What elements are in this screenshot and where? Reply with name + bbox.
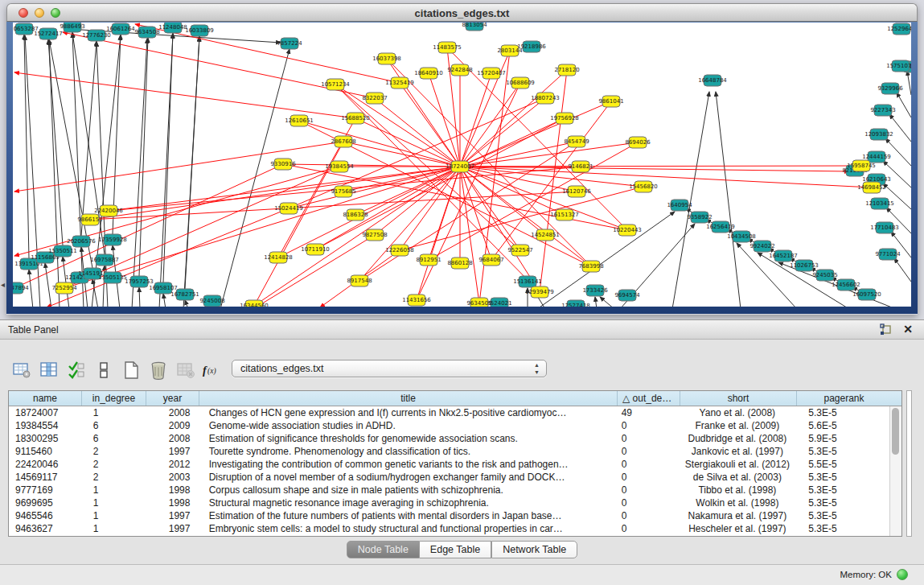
column-header-title[interactable]: title <box>199 391 618 406</box>
table-select-dropdown[interactable]: citations_edges.txt ▲▼ <box>232 360 547 377</box>
graph-node[interactable]: 15688520 <box>341 113 370 124</box>
graph-node[interactable]: 11325419 <box>385 77 414 89</box>
graph-node[interactable]: 9227343 <box>870 105 895 116</box>
graph-edge[interactable] <box>299 121 460 167</box>
graph-edge[interactable] <box>716 92 741 307</box>
graph-edge[interactable] <box>460 167 540 292</box>
graph-edge[interactable] <box>460 167 520 250</box>
graph-node[interactable]: 9827508 <box>362 229 387 241</box>
graph-node[interactable]: 9886493 <box>60 23 84 32</box>
graph-node[interactable]: 12103415 <box>865 198 894 209</box>
table-row[interactable]: 1872400712008Changes of HCN gene express… <box>9 406 889 419</box>
column-header-out-degree[interactable]: △ out_de… <box>618 391 680 406</box>
graph-node[interactable]: 12226058 <box>385 245 414 256</box>
column-header-year[interactable]: year <box>146 391 199 406</box>
table-row[interactable]: 1456911722003Disruption of a novel membe… <box>9 471 889 484</box>
table-row[interactable]: 946554611997Estimation of the future num… <box>9 509 889 522</box>
network-canvas[interactable]: 1065328715272417988649312776230160612649… <box>13 23 911 307</box>
select-rows-button[interactable] <box>63 358 90 382</box>
table-scrollbar[interactable] <box>889 406 901 536</box>
graph-node[interactable]: 12610651 <box>285 115 314 126</box>
graph-edge[interactable] <box>355 118 460 167</box>
graph-node[interactable]: 1733426 <box>582 285 608 296</box>
graph-edge[interactable] <box>595 297 597 307</box>
graph-edge[interactable] <box>81 41 97 236</box>
graph-node[interactable]: 12527418 <box>561 300 590 307</box>
graph-node[interactable]: 9330916 <box>270 159 296 170</box>
graph-node[interactable]: 11483575 <box>433 42 462 53</box>
graph-node[interactable]: 15136141 <box>513 276 542 287</box>
column-header-short[interactable]: short <box>680 391 797 406</box>
graph-node[interactable]: 10571234 <box>321 79 350 90</box>
graph-node[interactable]: 9329966 <box>877 83 903 94</box>
graph-node[interactable]: 8694026 <box>625 137 651 148</box>
graph-node[interactable]: 9684067 <box>478 254 503 266</box>
graph-node[interactable]: 19384554 <box>325 161 354 172</box>
citation-network-graph[interactable]: 1065328715272417988649312776230160612649… <box>13 23 911 307</box>
graph-node[interactable]: 13505135 <box>98 272 127 283</box>
table-mode-button[interactable] <box>8 358 35 382</box>
graph-node[interactable]: 19756928 <box>550 113 579 124</box>
graph-node[interactable]: 8322037 <box>362 93 387 104</box>
graph-node[interactable]: 7252954 <box>51 282 77 294</box>
graph-node[interactable]: 9634508 <box>134 27 159 38</box>
function-builder-button[interactable]: f (x) <box>199 358 227 382</box>
close-panel-icon[interactable]: ✕ <box>901 323 914 336</box>
graph-edge[interactable] <box>460 167 479 303</box>
graph-node[interactable]: 15751074 <box>886 60 911 72</box>
graph-node[interactable]: 8860128 <box>447 257 472 269</box>
graph-node[interactable]: 9358922 <box>687 212 712 223</box>
graph-edge[interactable] <box>185 300 188 307</box>
graph-node[interactable]: 15272417 <box>34 28 63 39</box>
graph-node[interactable]: 9522547 <box>507 245 532 256</box>
graph-node[interactable]: 1640954 <box>667 200 692 211</box>
graph-edge[interactable] <box>375 98 460 167</box>
column-header-name[interactable]: name <box>9 391 82 406</box>
column-header-in-degree[interactable]: in_degree <box>82 391 146 406</box>
graph-node[interactable]: 12093832 <box>864 129 893 140</box>
graph-edge[interactable] <box>359 167 460 281</box>
graph-node[interactable]: 9245008 <box>199 295 224 307</box>
graph-node[interactable]: 12529648 <box>887 23 911 35</box>
graph-node[interactable]: 9771024 <box>875 249 901 260</box>
graph-node[interactable]: 20206576 <box>67 236 96 247</box>
graph-edge[interactable] <box>220 49 290 307</box>
graph-node[interactable]: 9242848 <box>447 64 472 76</box>
graph-node[interactable]: 14698452 <box>857 182 886 193</box>
table-row[interactable]: 946362711997Embryonic stem cells: a mode… <box>9 522 889 535</box>
memory-indicator[interactable]: Memory: OK <box>840 569 908 580</box>
graph-node[interactable]: 16120746 <box>562 186 591 197</box>
table-row[interactable]: 1938455462009Genome-wide association stu… <box>9 419 889 432</box>
graph-node[interactable]: 9146821 <box>568 161 593 172</box>
graph-node[interactable]: 17359928 <box>98 234 127 245</box>
tab-node-table[interactable]: Node Table <box>347 541 420 558</box>
graph-edge[interactable] <box>907 71 911 95</box>
float-panel-icon[interactable] <box>879 323 892 336</box>
graph-node[interactable]: 9866151 <box>77 214 102 225</box>
graph-node[interactable]: 8813054 <box>462 23 487 31</box>
graph-node[interactable]: 9175685 <box>331 186 355 197</box>
graph-node[interactable]: 11431656 <box>402 295 431 306</box>
graph-edge[interactable] <box>163 33 173 282</box>
graph-node[interactable]: 11248048 <box>158 23 187 33</box>
delete-table-button[interactable] <box>172 358 199 382</box>
graph-node[interactable]: 8454749 <box>564 136 589 147</box>
graph-edge[interactable] <box>113 35 121 234</box>
show-columns-button[interactable] <box>35 358 63 382</box>
graph-edge[interactable] <box>185 36 199 289</box>
graph-node[interactable]: 2803144 <box>497 45 523 56</box>
delete-column-button[interactable] <box>145 358 172 382</box>
graph-node[interactable]: 8186328 <box>343 209 368 220</box>
graph-edge[interactable] <box>90 167 460 220</box>
graph-node[interactable]: 15720407 <box>477 68 506 79</box>
graph-edge[interactable] <box>460 166 861 167</box>
graph-node[interactable]: 10711910 <box>301 244 330 255</box>
graph-node[interactable]: 8917548 <box>347 275 372 286</box>
graph-node[interactable]: 9245035 <box>812 270 837 281</box>
graph-edge[interactable] <box>417 167 460 300</box>
graph-node[interactable]: 16344560 <box>240 300 269 307</box>
graph-node[interactable]: 7857224 <box>277 38 302 49</box>
graph-edge[interactable] <box>343 142 460 167</box>
graph-node[interactable]: 2718120 <box>554 64 579 76</box>
graph-edge[interactable] <box>315 167 460 249</box>
